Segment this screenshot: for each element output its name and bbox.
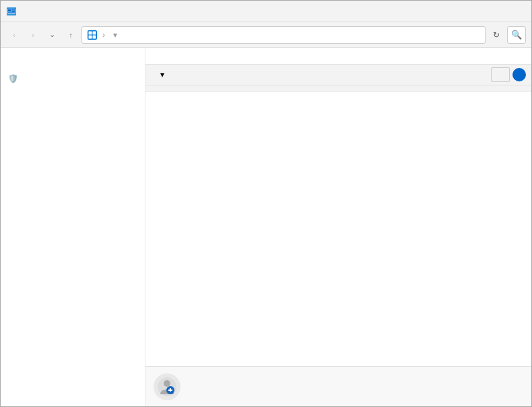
svg-rect-10 — [93, 35, 96, 38]
organize-button[interactable]: ▾ — [151, 67, 172, 82]
program-list[interactable] — [145, 91, 531, 366]
organize-dropdown-icon: ▾ — [160, 70, 164, 79]
forward-button[interactable]: › — [25, 27, 41, 43]
search-button[interactable]: 🔍 — [507, 26, 526, 44]
svg-rect-5 — [8, 12, 15, 13]
svg-rect-4 — [11, 11, 15, 12]
list-header — [145, 85, 531, 91]
svg-rect-8 — [93, 31, 96, 34]
status-bar — [145, 366, 531, 406]
svg-rect-7 — [89, 31, 92, 34]
up-button[interactable]: ↑ — [63, 27, 79, 43]
programs-features-window: ‹ › ⌄ ↑ › ▾ ↻ 🔍 🛡️ — [0, 0, 532, 407]
sidebar: 🛡️ — [1, 48, 145, 406]
window-controls — [433, 1, 526, 22]
address-sep1: › — [102, 30, 105, 40]
close-button[interactable] — [495, 1, 526, 22]
svg-rect-3 — [11, 9, 15, 11]
right-panel: ▾ — [145, 48, 531, 406]
address-bar: ‹ › ⌄ ↑ › ▾ ↻ 🔍 — [1, 22, 531, 48]
dropdown-recent-button[interactable]: ⌄ — [44, 27, 60, 43]
svg-rect-15 — [168, 390, 172, 391]
list-toolbar: ▾ — [145, 64, 531, 85]
status-icon — [154, 373, 180, 400]
svg-rect-2 — [8, 9, 11, 11]
title-bar — [1, 1, 531, 22]
address-box[interactable]: › ▾ — [81, 26, 486, 44]
back-button[interactable]: ‹ — [6, 27, 22, 43]
help-button[interactable] — [512, 68, 526, 81]
uninstall-button[interactable] — [174, 72, 189, 77]
shield-icon: 🛡️ — [7, 73, 18, 84]
maximize-button[interactable] — [464, 1, 495, 22]
window-icon — [6, 6, 17, 17]
svg-rect-9 — [89, 35, 92, 38]
view-button[interactable] — [491, 67, 510, 82]
minimize-button[interactable] — [433, 1, 464, 22]
sidebar-item-features[interactable]: 🛡️ — [7, 73, 138, 84]
refresh-button[interactable]: ↻ — [488, 27, 504, 43]
main-content: 🛡️ ▾ — [1, 48, 531, 406]
panel-header — [145, 48, 531, 64]
address-dropdown-icon: ▾ — [113, 30, 117, 40]
svg-point-12 — [164, 380, 170, 387]
